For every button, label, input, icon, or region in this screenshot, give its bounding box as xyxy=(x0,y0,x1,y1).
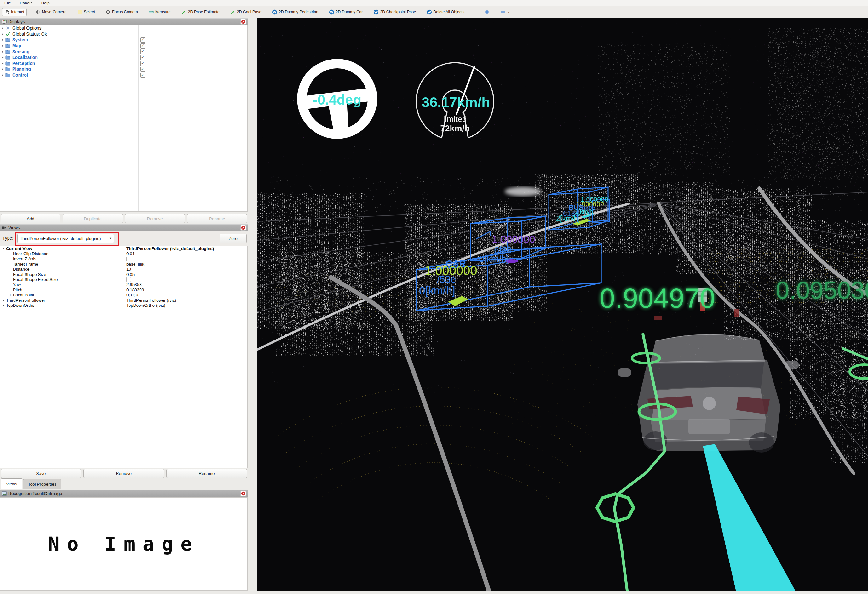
view-property-row-target-frame[interactable]: Target Framebase_link xyxy=(0,261,247,267)
property-value[interactable]: 10 xyxy=(126,267,131,271)
view-property-row-yaw[interactable]: Yaw2.95358 xyxy=(0,282,247,287)
enabled-checkbox[interactable]: ✓ xyxy=(140,67,145,72)
caret-right-icon[interactable]: ▸ xyxy=(9,293,13,296)
property-value[interactable]: 0.180399 xyxy=(126,287,144,292)
view-property-row-distance[interactable]: Distance10 xyxy=(0,267,247,272)
enabled-checkbox[interactable]: ✓ xyxy=(140,61,145,66)
displays-icon xyxy=(1,19,7,24)
splitter-handle[interactable]: ······ xyxy=(0,488,248,490)
enabled-checkbox[interactable]: ✓ xyxy=(140,43,145,49)
caret-right-icon[interactable]: ▸ xyxy=(0,68,5,71)
caret-right-icon[interactable]: ▸ xyxy=(0,74,5,77)
view-property-row-focal-shape-fixed-size[interactable]: Focal Shape Fixed Size xyxy=(0,277,247,282)
menu-item-file[interactable]: File xyxy=(0,0,15,6)
property-value[interactable]: 0.05 xyxy=(126,272,134,277)
views-remove-button[interactable]: Remove xyxy=(84,469,164,478)
display-row-label: Sensing xyxy=(12,49,29,54)
toolbar-button-2d-pose-estimate[interactable]: 2D Pose Estimate xyxy=(179,8,222,16)
caret-right-icon[interactable]: ▸ xyxy=(1,299,6,302)
caret-down-icon[interactable]: ▾ xyxy=(1,247,6,250)
splitter-handle[interactable]: ······ xyxy=(0,212,248,214)
displays-row-map[interactable]: ▸Map✓ xyxy=(0,43,247,49)
view-property-row-current-view[interactable]: ▾Current ViewThirdPersonFollower (rviz_d… xyxy=(0,246,247,251)
pose-arrow-icon xyxy=(182,9,187,15)
property-label: Focal Point xyxy=(13,293,34,297)
view-property-row-pitch[interactable]: Pitch0.180399 xyxy=(0,287,247,292)
property-value[interactable]: base_link xyxy=(126,262,144,267)
speed-value: 36.17km/h xyxy=(422,94,490,111)
caret-right-icon[interactable]: ▸ xyxy=(0,62,5,65)
caret-right-icon[interactable]: ▸ xyxy=(0,32,5,35)
enabled-checkbox[interactable]: ✓ xyxy=(140,55,145,60)
displays-row-system[interactable]: ▸System✓ xyxy=(0,37,247,43)
toolbar-button-focus-camera[interactable]: Focus Camera xyxy=(103,8,140,16)
toolbar-button-measure[interactable]: Measure xyxy=(146,8,173,16)
displays-row-localization[interactable]: ▸Localization✓ xyxy=(0,55,247,60)
displays-add-button[interactable]: Add xyxy=(1,214,61,223)
property-value[interactable]: 0; 0; 0 xyxy=(126,293,138,297)
toolbar-button-2d-dummy-car[interactable]: 2D Dummy Car xyxy=(327,8,365,16)
property-label: Invert Z Axis xyxy=(13,256,36,261)
close-icon[interactable] xyxy=(241,225,246,231)
property-value[interactable]: 2.95358 xyxy=(126,282,142,287)
enabled-checkbox[interactable]: ✓ xyxy=(140,49,145,54)
property-value[interactable]: TopDownOrtho (rviz) xyxy=(126,303,165,308)
property-value[interactable]: 0.01 xyxy=(126,251,134,256)
displays-row-perception[interactable]: ▸Perception✓ xyxy=(0,60,247,66)
property-checkbox[interactable] xyxy=(126,277,131,282)
toolbar-button-delete-all-objects[interactable]: Delete All Objects xyxy=(424,8,466,16)
view-property-row-near-clip-distance[interactable]: Near Clip Distance0.01 xyxy=(0,251,247,256)
view-property-row-invert-z-axis[interactable]: Invert Z Axis xyxy=(0,256,247,261)
caret-right-icon[interactable]: ▸ xyxy=(0,44,5,47)
caret-right-icon[interactable]: ▸ xyxy=(0,56,5,59)
view-type-dropdown[interactable]: ThirdPersonFollower (rviz_default_plugin… xyxy=(17,234,114,243)
caret-right-icon[interactable]: ▸ xyxy=(1,304,6,307)
hand-icon xyxy=(4,9,10,15)
menu-item-help[interactable]: Help xyxy=(37,0,54,6)
displays-row-global-options[interactable]: ▸Global Options xyxy=(0,25,247,31)
displays-row-control[interactable]: ▸Control✓ xyxy=(0,72,247,78)
view-property-row-focal-point[interactable]: ▸Focal Point0; 0; 0 xyxy=(0,293,247,298)
property-value[interactable]: ThirdPersonFollower (rviz_default_plugin… xyxy=(126,246,214,251)
camera-icon xyxy=(1,225,7,230)
view-property-row-thirdpersonfollower[interactable]: ▸ThirdPersonFollowerThirdPersonFollower … xyxy=(0,298,247,303)
enabled-checkbox[interactable]: ✓ xyxy=(140,73,145,78)
caret-right-icon[interactable]: ▸ xyxy=(0,50,5,53)
toolbar-button-label: 2D Dummy Car xyxy=(335,10,363,14)
view-property-row-topdownortho[interactable]: ▸TopDownOrthoTopDownOrtho (rviz) xyxy=(0,303,247,308)
move-camera-icon xyxy=(35,9,41,15)
caret-right-icon[interactable]: ▸ xyxy=(0,38,5,41)
displays-row-global-status-ok[interactable]: ▸Global Status: Ok xyxy=(0,31,247,37)
tab-views[interactable]: Views xyxy=(1,478,22,489)
zero-button[interactable]: Zero xyxy=(220,234,247,243)
enabled-checkbox[interactable]: ✓ xyxy=(140,37,145,43)
close-icon[interactable] xyxy=(241,491,246,496)
property-value[interactable]: ThirdPersonFollower (rviz) xyxy=(126,298,176,303)
toolbar-button-2d-goal-pose[interactable]: 2D Goal Pose xyxy=(228,8,264,16)
displays-row-planning[interactable]: ▸Planning✓ xyxy=(0,66,247,72)
autoware-icon xyxy=(373,9,379,15)
views-rename-button[interactable]: Rename xyxy=(166,469,247,478)
toolbar-button-label: Move Camera xyxy=(42,10,67,14)
toolbar-button-move-camera[interactable]: Move Camera xyxy=(33,8,69,16)
toolbar-button-2d-checkpoint-pose[interactable]: 2D Checkpoint Pose xyxy=(371,8,418,16)
toolbar-button-select[interactable]: Select xyxy=(75,8,97,16)
displays-row-sensing[interactable]: ▸Sensing✓ xyxy=(0,49,247,55)
views-properties: ▾Current ViewThirdPersonFollower (rviz_d… xyxy=(0,246,248,468)
caret-right-icon[interactable]: ▸ xyxy=(0,27,5,29)
tab-tool-properties[interactable]: Tool Properties xyxy=(23,479,61,489)
toolbar-button--[interactable]: ▾ xyxy=(499,8,511,16)
displays-rename-button[interactable]: Rename xyxy=(187,214,247,223)
close-icon[interactable] xyxy=(241,19,246,25)
toolbar-button--[interactable] xyxy=(482,8,492,16)
views-save-button[interactable]: Save xyxy=(1,469,81,478)
displays-remove-button[interactable]: Remove xyxy=(125,214,185,223)
property-checkbox[interactable] xyxy=(126,257,131,261)
3d-viewport[interactable]: -0.4deg 36.17km/h limited 72km/h CAR1.00… xyxy=(257,18,868,591)
displays-duplicate-button[interactable]: Duplicate xyxy=(63,214,123,223)
menu-item-panels[interactable]: Panels xyxy=(15,0,37,6)
toolbar-button-interact[interactable]: Interact xyxy=(2,8,27,16)
view-property-row-focal-shape-size[interactable]: Focal Shape Size0.05 xyxy=(0,272,247,277)
toolbar-button-2d-dummy-pedestrian[interactable]: 2D Dummy Pedestrian xyxy=(270,8,320,16)
views-panel-header: Views xyxy=(0,224,248,231)
